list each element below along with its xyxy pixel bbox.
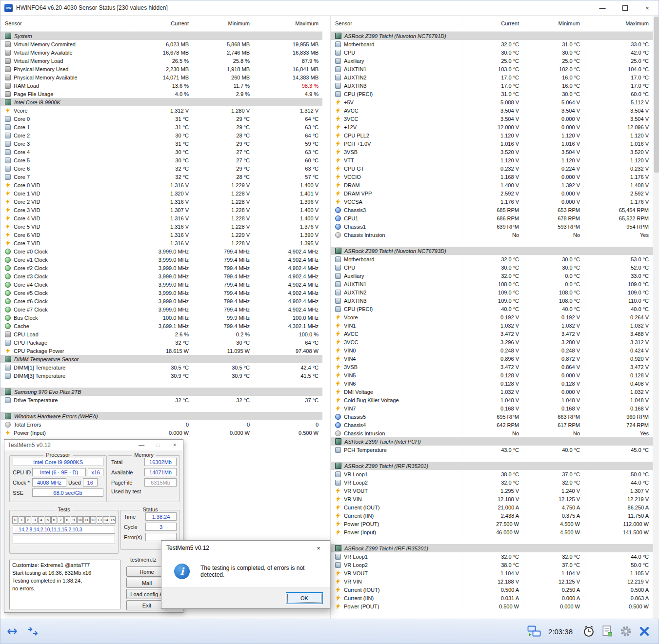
sensor-row[interactable]: VCCSA1.176 V0.000 V1.176 V (331, 197, 653, 206)
sensor-row[interactable]: 3VSB3.520 V3.504 V3.520 V (331, 148, 653, 156)
sensor-row[interactable]: Drive Temperature32 °C32 °C37 °C (0, 396, 322, 404)
sensor-row[interactable]: Virtual Memory Load26.5 %25.8 %87.9 % (0, 57, 322, 65)
ok-button[interactable]: OK (286, 592, 323, 604)
sensor-row[interactable]: CPU Package Power18.615 W11.095 W97.408 … (0, 347, 322, 355)
test-number-box[interactable]: 14 (103, 516, 109, 524)
sensor-row[interactable]: Core 3 VID1.307 V1.228 V1.400 V (0, 206, 322, 214)
sensor-row[interactable]: Current (IOUT)21.000 A4.750 A86.250 A (331, 503, 653, 511)
sensor-row[interactable]: Power (Input)0.000 W0.000 W0.500 W (0, 429, 322, 437)
sensor-row[interactable]: Auxiliary32.0 °C0.0 °C33.0 °C (331, 272, 653, 280)
sensor-row[interactable]: VR Loop132.0 °C32.0 °C44.0 °C (331, 552, 653, 561)
test-number-box[interactable]: 3 (32, 516, 38, 524)
sensor-section-header[interactable]: Intel Core i9-9900K (0, 98, 322, 106)
sensor-row[interactable]: VR VIN12.188 V12.125 V12.219 V (331, 495, 653, 503)
collapse-columns-button[interactable] (24, 622, 42, 641)
sensor-row[interactable]: Physical Memory Used2,230 MB1,918 MB16,0… (0, 65, 322, 73)
timer-button[interactable] (579, 622, 598, 641)
sensor-row[interactable]: Core #4 Clock3,999.0 MHz799.4 MHz4,902.4… (0, 280, 322, 289)
testmem5-minimize-button[interactable]: — (133, 440, 150, 450)
dialog-close-button[interactable]: × (307, 541, 330, 555)
sensor-row[interactable]: Core #2 Clock3,999.0 MHz799.4 MHz4,902.4… (0, 264, 322, 272)
minimize-button[interactable]: — (591, 0, 614, 15)
testmem5-close-button[interactable]: × (166, 440, 183, 450)
sensor-row[interactable]: Core #3 Clock3,999.0 MHz799.4 MHz4,902.4… (0, 272, 322, 280)
sensor-row[interactable]: Bus Clock100.0 MHz99.9 MHz100.0 MHz (0, 313, 322, 322)
sensor-row[interactable]: Chassis IntrusionNoNoYes (331, 429, 653, 437)
sensor-row[interactable]: CPU PLL21.120 V1.120 V1.120 V (331, 131, 653, 139)
sensor-row[interactable]: DMI Voltage1.032 V0.000 V1.032 V (331, 388, 653, 396)
test-number-box[interactable]: 11 (83, 516, 89, 524)
sensor-row[interactable]: Core 430 °C27 °C63 °C (0, 148, 322, 156)
sensor-row[interactable]: 3VSB3.472 V0.864 V3.472 V (331, 363, 653, 371)
sensor-row[interactable]: CPU GT0.232 V0.224 V0.232 V (331, 164, 653, 173)
sensor-row[interactable]: AUXTIN1103.0 °C102.0 °C104.0 °C (331, 65, 653, 73)
sensor-row[interactable]: Core 2 VID1.316 V1.228 V1.396 V (0, 197, 322, 206)
sensor-row[interactable]: VIN70.168 V0.168 V0.168 V (331, 404, 653, 412)
sensor-row[interactable]: VR VIN12.188 V12.125 V12.219 V (331, 577, 653, 585)
sensor-row[interactable]: AUXTIN317.0 °C16.0 °C17.0 °C (331, 81, 653, 90)
dialog-title-bar[interactable]: TestMem5 v0.12 × (161, 541, 330, 555)
sensor-row[interactable]: +5V5.088 V5.064 V5.112 V (331, 98, 653, 106)
test-number-box[interactable]: 7 (58, 516, 63, 524)
sensor-row[interactable]: AVCC3.472 V3.472 V3.488 V (331, 330, 653, 338)
test-number-box[interactable]: 15 (110, 516, 116, 524)
sensor-row[interactable]: Power (POUT)27.500 W4.500 W112.000 W (331, 520, 653, 528)
sensor-row[interactable]: Total Errors000 (0, 420, 322, 429)
sensor-row[interactable]: 3VCC3.504 V0.000 V3.504 V (331, 115, 653, 123)
sensor-row[interactable]: Current (IIN)0.031 A0.000 A0.063 A (331, 594, 653, 602)
close-sensors-button[interactable] (635, 622, 654, 641)
sensor-row[interactable]: Physical Memory Available14,071 MB260 MB… (0, 73, 322, 81)
sensor-row[interactable]: Core 4 VID1.316 V1.228 V1.400 V (0, 214, 322, 222)
sensor-row[interactable]: Page File Usage4.0 %2.9 %4.9 % (0, 90, 322, 98)
sensor-row[interactable]: Vcore1.312 V1.280 V1.312 V (0, 106, 322, 115)
sensor-row[interactable]: VR VOUT1.104 V1.104 V1.105 V (331, 569, 653, 577)
sensor-row[interactable]: VR VOUT1.295 V1.240 V1.307 V (331, 487, 653, 495)
sensor-row[interactable]: Power (POUT)0.500 W0.000 W0.500 W (331, 602, 653, 610)
sensor-row[interactable]: Core 530 °C27 °C60 °C (0, 156, 322, 164)
sensor-row[interactable]: Core #1 Clock3,999.0 MHz799.4 MHz4,902.4… (0, 255, 322, 264)
column-header-left[interactable]: Sensor Current Minimum Maximum (0, 16, 322, 32)
sensor-row[interactable]: +12V12.000 V0.000 V12.096 V (331, 123, 653, 131)
sensor-row[interactable]: Core 1 VID1.320 V1.228 V1.401 V (0, 189, 322, 197)
test-number-box[interactable]: 6 (51, 516, 57, 524)
sensor-section-header[interactable]: ASRock Z390 Taichi (Nuvoton NCT6793D) (331, 247, 653, 255)
sensor-row[interactable]: Core 5 VID1.316 V1.228 V1.376 V (0, 222, 322, 231)
sensor-row[interactable]: RAM Load13.6 %11.7 %98.3 % (0, 81, 322, 90)
sensor-row[interactable]: VIN50.128 V0.000 V0.128 V (331, 371, 653, 379)
sensor-row[interactable]: VR Loop238.0 °C37.0 °C50.0 °C (331, 561, 653, 569)
sensor-section-header[interactable]: Samsung 970 Evo Plus 2TB (0, 388, 322, 396)
sensor-row[interactable]: Core 7 VID1.316 V1.228 V1.395 V (0, 239, 322, 247)
sensor-row[interactable]: AUXTIN1108.0 °C0.0 °C109.0 °C (331, 280, 653, 288)
sensor-row[interactable]: VTT1.120 V1.120 V1.120 V (331, 156, 653, 164)
sensor-row[interactable]: Motherboard32.0 °C30.0 °C53.0 °C (331, 255, 653, 263)
sensor-section-header[interactable]: ASRock Z390 Taichi (IRF IR35201) (331, 544, 653, 552)
sensor-row[interactable]: VIN11.032 V1.032 V1.032 V (331, 321, 653, 330)
sensor-row[interactable]: Vcore0.192 V0.192 V0.264 V (331, 313, 653, 321)
sensor-row[interactable]: Core #7 Clock3,999.0 MHz799.4 MHz4,902.4… (0, 305, 322, 313)
sensor-row[interactable]: AVCC3.504 V3.504 V3.504 V (331, 106, 653, 115)
sensor-row[interactable]: Virtual Memory Available16,678 MB2,746 M… (0, 48, 322, 57)
sensor-row[interactable]: CPU Load2.6 %0.2 %100.0 % (0, 330, 322, 338)
sensor-row[interactable]: Chassis IntrusionNoNoYes (331, 231, 653, 239)
sensor-row[interactable]: DRAM VPP2.592 V0.000 V2.592 V (331, 189, 653, 197)
sensor-row[interactable]: CPU30.0 °C30.0 °C42.0 °C (331, 48, 653, 57)
sensor-row[interactable]: Core #0 Clock3,999.0 MHz799.4 MHz4,902.4… (0, 247, 322, 255)
sensor-row[interactable]: Core #6 Clock3,999.0 MHz799.4 MHz4,902.4… (0, 297, 322, 305)
sensor-row[interactable]: Core 230 °C28 °C64 °C (0, 131, 322, 139)
sensor-row[interactable]: CPU Package32 °C30 °C64 °C (0, 338, 322, 347)
sensor-row[interactable]: Power (Input)46.000 W4.500 W141.500 W (331, 528, 653, 536)
sensor-row[interactable]: PCH Temperature43.0 °C40.0 °C45.0 °C (331, 446, 653, 454)
sensor-row[interactable]: Chassis3685 RPM653 RPM65,454 RPM (331, 206, 653, 214)
sensor-row[interactable]: CPU1686 RPM678 RPM65,522 RPM (331, 214, 653, 222)
test-number-box[interactable]: 2 (25, 516, 31, 524)
sensor-row[interactable]: Core 0 VID1.316 V1.229 V1.400 V (0, 181, 322, 189)
testmem5-log[interactable]: Customize: Extreme1 @anta777 Start testi… (9, 560, 120, 609)
report-button[interactable] (598, 622, 617, 641)
sensor-row[interactable]: Core 131 °C29 °C63 °C (0, 123, 322, 131)
sensor-row[interactable]: DIMM[3] Temperature30.9 °C30.9 °C41.5 °C (0, 371, 322, 380)
sensor-section-header[interactable]: ASRock Z390 Taichi (IRF IR35201) (331, 462, 653, 470)
test-number-box[interactable]: 9 (71, 516, 77, 524)
testmem5-maximize-button[interactable]: □ (150, 440, 166, 450)
sensor-row[interactable]: DIMM[1] Temperature30.5 °C30.5 °C42.4 °C (0, 363, 322, 371)
sensor-row[interactable]: Chassis5695 RPM663 RPM960 RPM (331, 412, 653, 421)
